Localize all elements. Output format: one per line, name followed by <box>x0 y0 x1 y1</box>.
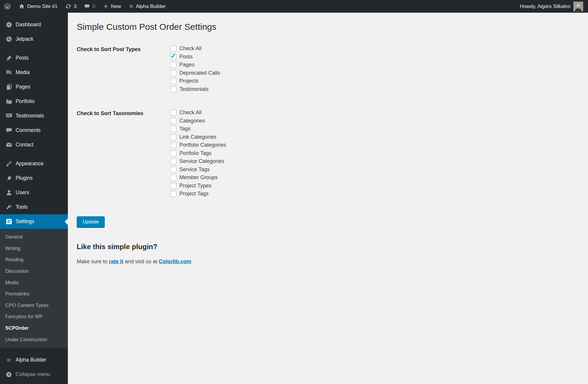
update-count: 3 <box>74 4 76 9</box>
promo-heading: Like this simple plugin? <box>77 243 576 251</box>
checkbox-check-all[interactable] <box>170 45 176 52</box>
checkbox-row-service-tags: Service Tags <box>170 166 226 174</box>
checkbox-tax-check-all[interactable] <box>170 110 176 116</box>
collapse-menu-label: Collapse menu <box>16 371 50 378</box>
comments-indicator[interactable]: 0 <box>80 0 99 13</box>
checkbox-label: Project Tags <box>179 191 209 197</box>
site-name: Demo Site #1 <box>27 4 58 9</box>
pin-icon <box>5 55 13 61</box>
checkbox-row-link-categories: Link Categories <box>170 133 226 141</box>
portfolio-folder-icon <box>5 98 13 105</box>
sidebar-item-pages[interactable]: Pages <box>0 80 68 94</box>
settings-submenu: General Writing Reading Discussion Media… <box>0 229 68 348</box>
admin-sidebar: Dashboard Jetpack <box>0 13 68 384</box>
sidebar-item-tools[interactable]: Tools <box>0 200 68 214</box>
submenu-item-general[interactable]: General <box>0 231 68 243</box>
checkbox-project-tags[interactable] <box>170 191 176 197</box>
active-item-arrow <box>65 218 68 225</box>
sidebar-item-dashboard[interactable]: Dashboard <box>0 17 68 32</box>
rate-it-link[interactable]: rate it <box>109 259 123 264</box>
checkbox-portfolio-categories[interactable] <box>170 142 176 148</box>
collapse-menu-button[interactable]: Collapse menu <box>0 367 68 382</box>
sidebar-item-label: Pages <box>16 84 30 90</box>
submenu-item-writing[interactable]: Writing <box>0 243 68 254</box>
checkbox-member-groups[interactable] <box>170 174 176 181</box>
submenu-item-media[interactable]: Media <box>0 277 68 288</box>
submenu-item-under-construction[interactable]: Under Construction <box>0 334 68 345</box>
checkbox-row-tax-check-all: Check All <box>170 109 226 117</box>
submenu-item-permalinks[interactable]: Permalinks <box>0 288 68 300</box>
user-avatar <box>573 1 583 12</box>
sidebar-item-label: Dashboard <box>16 22 41 28</box>
checkbox-service-tags[interactable] <box>170 166 176 173</box>
sidebar-item-label: Tools <box>16 204 28 210</box>
checkbox-categories[interactable] <box>170 118 176 124</box>
checkbox-row-project-types: Project Types <box>170 182 226 190</box>
account-menu[interactable]: Howdy, Aigars Silkalns <box>515 0 588 13</box>
sidebar-item-label: Contact <box>16 142 33 148</box>
checkbox-row-deprecated-calls: Deprecated Calls <box>170 69 220 77</box>
alpha-builder-toolbar-item[interactable]: ∝ Alpha Builder <box>125 0 170 13</box>
checkbox-service-categories[interactable] <box>170 158 176 164</box>
sidebar-item-media[interactable]: Media <box>0 65 68 80</box>
sidebar-item-label: Media <box>16 69 30 76</box>
sidebar-item-label: Users <box>16 189 29 196</box>
settings-sliders-icon <box>5 218 13 225</box>
sidebar-item-portfolio[interactable]: Portfolio <box>0 94 68 109</box>
checkbox-row-posts: Posts <box>170 53 220 61</box>
checkbox-row-member-groups: Member Groups <box>170 174 226 182</box>
checkbox-label: Check All <box>179 45 202 52</box>
submenu-item-fancybox-for-wp[interactable]: Fancybox for WP <box>0 311 68 322</box>
checkbox-label: Member Groups <box>179 174 218 181</box>
taxonomies-row: Check to Sort Taxonomies Check All Categ… <box>77 109 576 198</box>
menu-separator <box>0 46 68 51</box>
sidebar-item-settings[interactable]: Settings <box>0 214 68 229</box>
updates-indicator[interactable]: 3 <box>61 0 80 13</box>
collapse-arrow-icon <box>5 371 13 378</box>
submenu-item-reading[interactable]: Reading <box>0 254 68 265</box>
sidebar-item-label: Appearance <box>16 161 43 167</box>
checkbox-link-categories[interactable] <box>170 134 176 140</box>
checkbox-row-check-all: Check All <box>170 45 220 53</box>
appearance-brush-icon <box>5 160 13 167</box>
submenu-item-cpo-content-types[interactable]: CPO Content Types <box>0 300 68 311</box>
sidebar-item-jetpack[interactable]: Jetpack <box>0 32 68 46</box>
sidebar-item-contact[interactable]: Contact <box>0 138 68 152</box>
sidebar-item-label: Plugins <box>16 175 32 181</box>
promo-text: Make sure to rate it and visit us at Col… <box>77 259 576 265</box>
submenu-item-discussion[interactable]: Discussion <box>0 265 68 277</box>
checkbox-projects[interactable] <box>170 78 176 84</box>
site-link[interactable]: Demo Site #1 <box>15 0 61 13</box>
sidebar-item-label: Portfolio <box>16 98 35 104</box>
checkbox-project-types[interactable] <box>170 183 176 189</box>
checkbox-label: Link Categories <box>179 134 216 140</box>
checkbox-testimonials[interactable] <box>170 86 176 92</box>
checkbox-label: Categories <box>179 118 205 124</box>
wordpress-logo-icon <box>4 3 11 10</box>
sidebar-item-posts[interactable]: Posts <box>0 51 68 65</box>
checkbox-label: Testimonials <box>179 86 209 92</box>
new-content-menu[interactable]: New <box>99 0 125 13</box>
sidebar-item-plugins[interactable]: Plugins <box>0 171 68 185</box>
page-title: Simple Custom Post Order Settings <box>77 22 576 32</box>
sidebar-item-testimonials[interactable]: Testimonials <box>0 109 68 123</box>
checkbox-pages[interactable] <box>170 62 176 68</box>
update-button[interactable]: Update <box>77 216 105 228</box>
colorlib-link[interactable]: Colorlib.com <box>159 259 191 264</box>
post-types-row: Check to Sort Post Types Check All Posts… <box>77 45 576 93</box>
sidebar-item-appearance[interactable]: Appearance <box>0 156 68 171</box>
sidebar-item-label: Settings <box>16 218 34 225</box>
sidebar-item-alpha-builder[interactable]: ∝ Alpha Builder <box>0 353 68 367</box>
checkbox-deprecated-calls[interactable] <box>170 70 176 76</box>
checkbox-portfolio-tags[interactable] <box>170 150 176 156</box>
sidebar-item-comments[interactable]: Comments <box>0 123 68 138</box>
updates-icon <box>65 3 71 9</box>
checkbox-posts[interactable] <box>170 54 176 60</box>
sidebar-item-users[interactable]: Users <box>0 185 68 200</box>
checkbox-label: Pages <box>179 62 194 68</box>
checkbox-tags[interactable] <box>170 126 176 132</box>
wordpress-menu[interactable] <box>0 0 15 13</box>
promo-text-before: Make sure to <box>77 259 109 264</box>
submenu-item-scporder[interactable]: SCPOrder <box>0 322 68 334</box>
checkbox-label: Portfolio Tags <box>179 150 212 156</box>
